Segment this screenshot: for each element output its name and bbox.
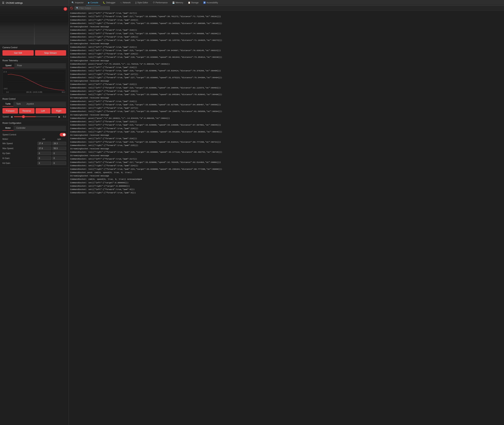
debugger-icon: 🐛 — [103, 1, 105, 4]
telemetry-chart: 17.4 -14.0 1.6 (84.18, -14.03, 6.08) 84.… — [2, 69, 66, 94]
style-editor-label: Style Editor — [137, 1, 148, 4]
speed-control-row: Speed Control: — [2, 132, 66, 137]
inspector-label: Inspector — [75, 1, 83, 4]
speed-increase-button[interactable]: ▶ — [59, 115, 61, 118]
min-speed-left-input[interactable] — [38, 142, 51, 145]
tab-tank[interactable]: Tank — [14, 102, 23, 106]
kp-gain-row: Kp Gain: — [2, 151, 66, 156]
tab-controller[interactable]: Controller — [14, 126, 28, 131]
speed-slider[interactable] — [14, 116, 57, 117]
style-editor-icon: {} — [135, 1, 136, 4]
console-line: StreamingSocket received message — [70, 154, 503, 157]
performance-icon: ⏱ — [153, 1, 155, 4]
tab-turtle[interactable]: Turtle — [2, 102, 14, 106]
forward-button[interactable]: Forward — [2, 108, 18, 113]
console-line: CommandSocket.send: cmd(8, speed(0, true… — [70, 171, 503, 174]
kd-gain-inputs — [38, 161, 66, 165]
console-line: CommandSocket: set({"left":{"forward":tr… — [70, 157, 503, 160]
storage-icon: 📋 — [188, 1, 191, 4]
chart-x-mid: (84.18, -14.03, 6.08) — [26, 91, 42, 93]
tab-network[interactable]: ↑↓ Network — [118, 0, 133, 6]
console-line: CommandSocket: tel({"left":{"forward":tr… — [70, 160, 503, 164]
ki-gain-label: Ki Gain: — [2, 157, 38, 159]
config-tabs: Motor Controller — [2, 126, 66, 131]
kd-gain-left-input[interactable] — [38, 161, 51, 165]
kd-gain-label: Kd Gain: — [2, 162, 38, 165]
close-camera-button[interactable]: × — [64, 7, 67, 11]
tab-motor[interactable]: Motor — [2, 126, 14, 131]
rover-config-section: Rover Configuration Motor Controller Spe… — [0, 120, 68, 168]
console-line: CommandSocket: set({"left":{"forward":tr… — [70, 66, 503, 69]
rover-control-title: Rover Control — [2, 98, 66, 100]
min-speed-label: Min Speed: — [2, 142, 38, 145]
tab-speed[interactable]: Speed — [2, 63, 14, 68]
console-line: CommandSocket: tel({"left":{"forward":tr… — [70, 32, 503, 35]
console-line: StreamingSocket received message — [70, 174, 503, 178]
camera-control-title: Camera Control — [2, 46, 66, 49]
max-speed-inputs — [38, 147, 66, 150]
kp-gain-left-input[interactable] — [38, 152, 51, 155]
kd-gain-right-input[interactable] — [52, 161, 66, 165]
console-line: CommandSocket: set({"right":{"forward":t… — [70, 127, 503, 130]
chart-y-max: 17.4 — [3, 71, 7, 73]
tab-debugger[interactable]: 🐛 Debugger — [101, 0, 117, 6]
ki-gain-left-input[interactable] — [38, 157, 51, 160]
tab-storage[interactable]: 📋 Storage — [186, 0, 201, 6]
kp-gain-right-input[interactable] — [52, 152, 66, 155]
speed-decrease-button[interactable]: ◀ — [11, 115, 13, 118]
tab-joystick[interactable]: Joystick — [24, 102, 37, 106]
console-line: StreamingSocket received message — [70, 79, 503, 83]
console-line: CommandSocket: tel({"right":{"forward":t… — [70, 55, 503, 59]
ki-gain-row: Ki Gain: — [2, 156, 66, 161]
console-line: CommandSocket: set({"right":{"forward":t… — [70, 89, 503, 93]
console-line: CommandSocket: set({"right":{"forward":t… — [70, 73, 503, 76]
tab-memory[interactable]: 💾 Memory — [170, 0, 185, 6]
accessibility-icon: ♿ — [203, 1, 206, 4]
motor-col-headers: left right — [37, 138, 66, 140]
right-button[interactable]: Right — [51, 108, 66, 113]
chart-x-right: 84.2 — [62, 91, 65, 93]
console-line: StreamingSocket received message — [70, 42, 503, 45]
hamburger-icon[interactable]: ☰ — [2, 1, 4, 4]
console-line: CommandSocket: set({"left":{"forward":tr… — [70, 137, 503, 140]
tab-accessibility[interactable]: ♿ Accessibility — [201, 0, 220, 6]
console-line: StreamingSocket received message — [70, 59, 503, 62]
left-button[interactable]: Left — [36, 108, 50, 113]
console-line: CommandSocket: tel({"left":{"forward":tr… — [70, 15, 503, 18]
performance-label: Performance — [156, 1, 168, 4]
console-line: CommandSocket: tel({"right":{"forward":t… — [70, 76, 503, 79]
console-label: Console — [90, 1, 98, 4]
clear-console-button[interactable]: 🚫 — [70, 7, 73, 9]
console-output[interactable]: CommandSocket: set({"left":{"forward":tr… — [69, 11, 504, 425]
stop-stream-button[interactable]: Stop Stream — [35, 50, 66, 56]
app-title-bar: ☰ OV2640 settings — [0, 0, 68, 6]
telemetry-tabs: Speed Pose — [2, 63, 66, 68]
get-still-button[interactable]: Get Still — [2, 50, 34, 56]
tab-performance[interactable]: ⏱ Performance — [151, 0, 170, 6]
tab-console[interactable]: ▶ Console — [86, 0, 100, 6]
reverse-button[interactable]: Reverse — [19, 108, 34, 113]
console-line: CommandSocket: set({"right":{"forward":t… — [70, 35, 503, 39]
speed-control-toggle[interactable] — [60, 133, 66, 136]
ki-gain-inputs — [38, 157, 66, 160]
ki-gain-right-input[interactable] — [52, 157, 66, 160]
min-speed-right-input[interactable] — [52, 142, 66, 145]
rover-telemetry-section: Rover Telemetry Speed Pose 17.4 -14.0 1.… — [0, 58, 68, 96]
console-line: CommandSocket: tel({"left":{"forward":tr… — [70, 103, 503, 106]
console-line: StreamingSocket received message — [70, 133, 503, 137]
console-line: CommandSocket: pose({"pose":"x":75.15192… — [70, 62, 503, 66]
console-line: StreamingSocket received message — [70, 113, 503, 117]
camera-control-buttons: Get Still Stop Stream — [2, 50, 66, 56]
kp-gain-label: Kp Gain: — [2, 152, 38, 155]
console-toolbar: 🚫 — [69, 6, 504, 11]
console-line: CommandSocket: tel({"right":{"forward":t… — [70, 150, 503, 154]
tab-inspector[interactable]: 🔍 Inspector — [69, 0, 86, 6]
max-speed-right-input[interactable] — [52, 147, 66, 150]
console-line: CommandSocket: set({"left":{"forward":tr… — [70, 100, 503, 103]
filter-input[interactable] — [75, 6, 110, 10]
tab-pose[interactable]: Pose — [14, 63, 25, 68]
tab-style-editor[interactable]: {} Style Editor — [133, 0, 150, 6]
control-tabs: Turtle Tank Joystick — [2, 102, 66, 107]
console-line: CommandSocket: cmd(8, speed(0, true, 0, … — [70, 178, 503, 181]
max-speed-left-input[interactable] — [38, 147, 51, 150]
